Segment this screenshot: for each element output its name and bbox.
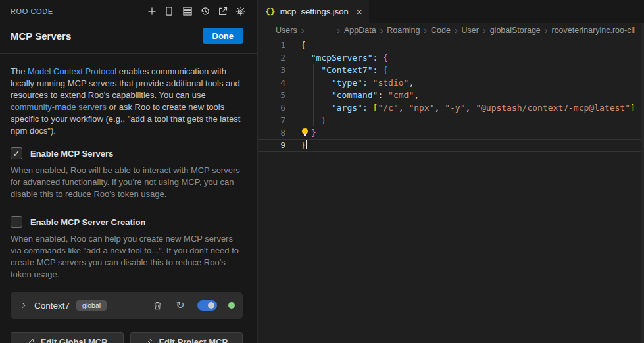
breadcrumb-item[interactable]: Roaming	[387, 26, 420, 35]
code-line: 4 "type": "stdio",	[258, 76, 644, 89]
edit-project-mcp-label: Edit Project MCP	[159, 337, 228, 343]
code-line: 8}	[258, 126, 644, 139]
done-button[interactable]: Done	[203, 28, 243, 44]
line-number: 2	[258, 51, 285, 64]
panel-title: ROO CODE	[11, 7, 53, 15]
tab-mcp-settings-json[interactable]: {} mcp_settings.json ×	[258, 0, 369, 23]
roo-code-panel: ROO CODE	[0, 0, 258, 343]
edit-global-mcp-button[interactable]: Edit Global MCP	[11, 332, 124, 343]
panel-body: The Model Context Protocol enables commu…	[0, 54, 257, 343]
checkbox-icon[interactable]: ✓	[11, 216, 22, 228]
breadcrumb-item[interactable]: Code	[431, 26, 451, 35]
tab-filename: mcp_settings.json	[280, 7, 349, 16]
breadcrumb: Users››AppData›Roaming›Code›User›globalS…	[258, 23, 644, 38]
checkbox-icon[interactable]: ✓	[11, 147, 22, 159]
gear-icon[interactable]	[235, 5, 247, 17]
editor-area: {} mcp_settings.json × Users››AppData›Ro…	[258, 0, 644, 343]
breadcrumb-separator-icon: ›	[424, 25, 427, 36]
close-icon[interactable]: ×	[357, 7, 362, 16]
breadcrumb-separator-icon: ›	[545, 25, 548, 36]
server-stack-icon[interactable]	[182, 5, 193, 17]
lightbulb-icon[interactable]	[301, 128, 311, 137]
tab-bar: {} mcp_settings.json ×	[258, 0, 644, 23]
code-area[interactable]: 1{2 "mcpServers": {3 "Context7": {4 "typ…	[258, 38, 644, 343]
breadcrumb-item[interactable]: AppData	[344, 26, 376, 35]
panel-titlebar: ROO CODE	[0, 0, 257, 22]
enable-mcp-server-creation-checkbox-row[interactable]: ✓ Enable MCP Server Creation	[11, 216, 243, 228]
breadcrumb-item[interactable]: User	[462, 26, 479, 35]
server-name: Context7	[34, 301, 70, 311]
panel-header: MCP Servers Done	[0, 22, 257, 54]
intro-paragraph: The Model Context Protocol enables commu…	[11, 66, 243, 137]
line-number: 3	[258, 64, 285, 76]
toggle-knob	[208, 302, 214, 309]
enable-mcp-servers-label: Enable MCP Servers	[30, 149, 113, 159]
breadcrumb-item[interactable]: Users	[276, 26, 297, 35]
model-context-protocol-link[interactable]: Model Context Protocol	[28, 66, 116, 76]
breadcrumb-separator-icon: ›	[380, 25, 384, 36]
breadcrumb-separator-icon: ›	[337, 25, 340, 36]
breadcrumb-separator-icon: ›	[301, 25, 305, 36]
json-file-icon: {}	[265, 7, 276, 16]
pencil-icon	[145, 338, 153, 343]
edit-global-mcp-label: Edit Global MCP	[41, 337, 107, 343]
breadcrumb-separator-icon: ›	[483, 25, 486, 36]
history-icon[interactable]	[199, 5, 211, 17]
page-title: MCP Servers	[11, 30, 71, 41]
breadcrumb-item[interactable]: rooveterinaryinc.roo-cli	[552, 26, 635, 35]
plus-icon[interactable]	[146, 5, 158, 17]
code-line: 5 "command": "cmd",	[258, 89, 644, 101]
external-link-icon[interactable]	[217, 5, 229, 17]
panel-toolbar	[146, 5, 247, 17]
server-enabled-toggle[interactable]	[197, 300, 217, 311]
line-number: 9	[258, 139, 285, 151]
line-number: 7	[258, 114, 285, 126]
enable-mcp-server-creation-label: Enable MCP Server Creation	[30, 217, 145, 227]
refresh-icon[interactable]: ↻	[174, 300, 186, 311]
code-line: 3 "Context7": {	[258, 64, 644, 76]
enable-mcp-servers-description: When enabled, Roo will be able to intera…	[11, 165, 243, 200]
breadcrumb-item[interactable]: globalStorage	[490, 26, 541, 35]
footer-buttons: Edit Global MCP Edit Project MCP	[11, 332, 243, 343]
scrollbar[interactable]	[641, 23, 644, 343]
notepad-icon[interactable]	[164, 5, 176, 17]
scope-badge: global	[76, 300, 107, 311]
intro-text: The	[11, 66, 28, 76]
status-connected-dot	[228, 302, 235, 309]
text-cursor	[306, 140, 307, 149]
line-number: 6	[258, 101, 285, 114]
line-number: 5	[258, 89, 285, 101]
checkmark-icon: ✓	[13, 149, 20, 158]
edit-project-mcp-button[interactable]: Edit Project MCP	[130, 332, 243, 343]
breadcrumb-separator-icon: ›	[455, 25, 458, 36]
enable-mcp-server-creation-description: When enabled, Roo can help you create ne…	[11, 233, 243, 280]
app-window: ROO CODE	[0, 0, 644, 343]
chevron-right-icon[interactable]	[18, 300, 29, 311]
pencil-icon	[27, 338, 36, 343]
trash-icon[interactable]	[151, 300, 163, 311]
community-made-servers-link[interactable]: community-made servers	[11, 102, 107, 112]
line-number: 1	[258, 39, 285, 51]
enable-mcp-servers-checkbox-row[interactable]: ✓ Enable MCP Servers	[11, 147, 243, 159]
code-line: 9}	[258, 139, 644, 151]
code-line: 2 "mcpServers": {	[258, 51, 644, 64]
line-number: 4	[258, 76, 285, 89]
server-row-context7[interactable]: Context7 global ↻	[11, 292, 243, 319]
line-number: 8	[258, 126, 285, 139]
code-line: 6 "args": ["/c", "npx", "-y", "@upstash/…	[258, 101, 644, 114]
code-line: 7 }	[258, 114, 644, 126]
code-line: 1{	[258, 39, 644, 51]
